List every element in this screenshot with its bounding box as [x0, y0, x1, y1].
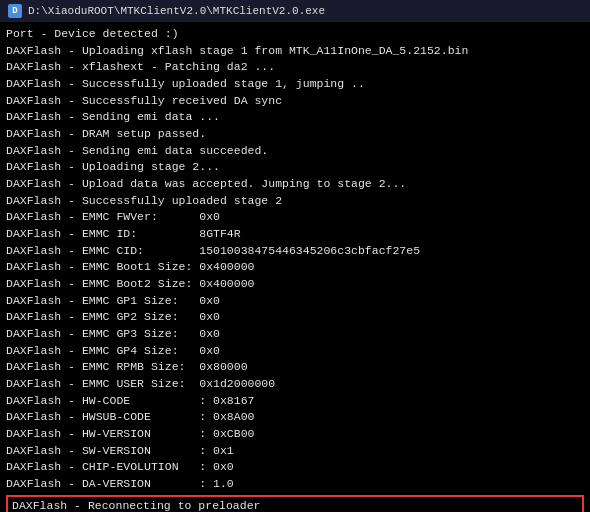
terminal-line: DAXFlash - DRAM setup passed. — [6, 126, 584, 143]
terminal-line: DAXFlash - EMMC GP3 Size: 0x0 — [6, 326, 584, 343]
terminal-line: DAXFlash - Sending emi data ... — [6, 109, 584, 126]
terminal-line: DAXFlash - EMMC Boot1 Size: 0x400000 — [6, 259, 584, 276]
terminal-line: DAXFlash - EMMC Boot2 Size: 0x400000 — [6, 276, 584, 293]
terminal-line: DAXFlash - EMMC GP1 Size: 0x0 — [6, 293, 584, 310]
terminal-line: DAXFlash - xflashext - Patching da2 ... — [6, 59, 584, 76]
terminal-line: Port - Device detected :) — [6, 26, 584, 43]
terminal-line: DAXFlash - EMMC CID: 1501003847544634520… — [6, 243, 584, 260]
terminal-line: DAXFlash - EMMC RPMB Size: 0x80000 — [6, 359, 584, 376]
terminal-line: DAXFlash - EMMC ID: 8GTF4R — [6, 226, 584, 243]
terminal-line: DAXFlash - HWSUB-CODE : 0x8A00 — [6, 409, 584, 426]
app-icon: D — [8, 4, 22, 18]
terminal-line: DAXFlash - EMMC GP2 Size: 0x0 — [6, 309, 584, 326]
terminal-line: DAXFlash - SW-VERSION : 0x1 — [6, 443, 584, 460]
terminal-line: DAXFlash - EMMC FWVer: 0x0 — [6, 209, 584, 226]
terminal-line-highlighted: DAXFlash - Reconnecting to preloader — [6, 495, 584, 512]
terminal-line: DAXFlash - Successfully uploaded stage 2 — [6, 193, 584, 210]
terminal-line: DAXFlash - Uploading xflash stage 1 from… — [6, 43, 584, 60]
terminal-line: DAXFlash - Successfully uploaded stage 1… — [6, 76, 584, 93]
terminal-line: DAXFlash - CHIP-EVOLUTION : 0x0 — [6, 459, 584, 476]
title-bar-path: D:\XiaoduROOT\MTKClientV2.0\MTKClientV2.… — [28, 5, 325, 17]
terminal-line: DAXFlash - HW-CODE : 0x8167 — [6, 393, 584, 410]
terminal-line: DAXFlash - Uploading stage 2... — [6, 159, 584, 176]
terminal-line: DAXFlash - DA-VERSION : 1.0 — [6, 476, 584, 493]
terminal-line: DAXFlash - Successfully received DA sync — [6, 93, 584, 110]
terminal-line: DAXFlash - EMMC GP4 Size: 0x0 — [6, 343, 584, 360]
terminal-line: DAXFlash - Sending emi data succeeded. — [6, 143, 584, 160]
terminal-line: DAXFlash - EMMC USER Size: 0x1d2000000 — [6, 376, 584, 393]
terminal-line: DAXFlash - HW-VERSION : 0xCB00 — [6, 426, 584, 443]
title-bar: D D:\XiaoduROOT\MTKClientV2.0\MTKClientV… — [0, 0, 590, 22]
terminal-output: Port - Device detected :)DAXFlash - Uplo… — [0, 22, 590, 512]
terminal-line: DAXFlash - Upload data was accepted. Jum… — [6, 176, 584, 193]
